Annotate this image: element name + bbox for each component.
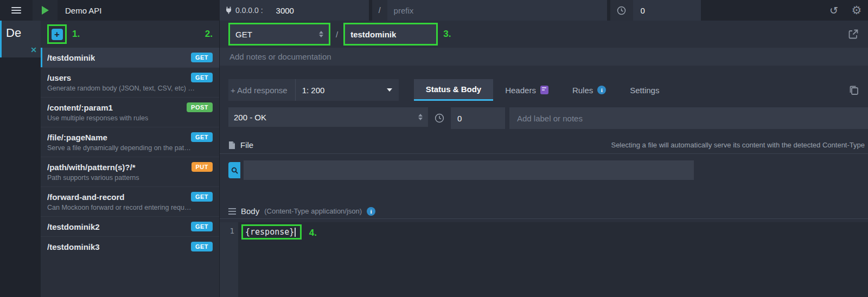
status-code-value: 200 - OK [234,113,266,122]
route-item-testdominik[interactable]: /testdominik GET [41,48,219,67]
annotation-step-3: 3. [443,29,451,40]
file-section-label: File [240,140,253,150]
annotation-box-4: {response} [241,224,302,240]
add-response-button[interactable]: + Add response [228,79,296,101]
tab-label: Rules [572,86,593,95]
editor-code-area[interactable]: {response} 4. [238,222,868,297]
history-icon[interactable]: ↺ [822,0,845,21]
route-item-users[interactable]: /users GET Generate random body (JSON, t… [41,67,219,97]
route-item-file-pagename[interactable]: /file/:pageName GET Serve a file dynamic… [41,127,219,157]
route-description: Serve a file dynamically depending on th… [47,144,213,152]
route-editor-panel: GET / 3. + Add response [220,21,868,297]
host-segment: 0.0.0.0 : [220,0,269,21]
environment-tab-demo-api[interactable]: De ✕ [0,21,41,57]
environment-latency-input[interactable] [633,0,701,21]
route-description: Generate random body (JSON, text, CSV, e… [47,85,213,92]
file-path-input[interactable] [244,160,694,180]
latency-clock-segment [610,0,633,21]
spacer [399,79,414,101]
topbar-right: 0.0.0.0 : / ↺ ⚙ [220,0,868,21]
prefix-input[interactable] [387,0,607,21]
method-badge: POST [187,102,213,112]
annotation-box-2: GET [228,23,330,46]
route-path: /path/with/pattern(s)?/* [47,163,136,172]
route-path-input[interactable] [345,24,436,44]
method-select[interactable]: GET [230,24,329,44]
file-hint-text: Selecting a file will automatically serv… [611,141,865,149]
content-type-label: (Content-Type application/json) [264,207,362,215]
gear-icon[interactable]: ⚙ [845,0,868,21]
tab-headers[interactable]: Headers [493,79,560,101]
method-badge: GET [191,73,213,82]
environment-tab-label: De [6,26,36,40]
method-badge: GET [191,132,213,142]
file-icon [228,141,235,150]
body-section-header: Body (Content-Type application/json) i [220,204,868,219]
copy-icon[interactable] [848,79,859,101]
method-badge: GET [191,192,213,202]
top-toolbar: Demo API 0.0.0.0 : / ↺ ⚙ [0,0,868,21]
play-icon [42,6,49,15]
port-input[interactable] [269,0,369,21]
clock-icon [435,113,444,123]
select-arrows-icon [319,31,323,37]
search-icon [231,167,238,174]
route-documentation-input[interactable] [220,52,868,61]
body-code-editor[interactable]: 1 {response} 4. [220,222,868,297]
route-item-testdominik3[interactable]: /testdominik3 GET [41,236,219,256]
route-path: /file/:pageName [47,133,107,142]
mockoon-window: Demo API 0.0.0.0 : / ↺ ⚙ [0,0,868,297]
browse-file-button[interactable] [228,162,240,178]
response-selector[interactable]: 1: 200 [296,79,399,101]
environments-sidebar: De ✕ [0,21,41,297]
select-arrows-icon [418,114,423,120]
response-selector-value: 1: 200 [302,86,325,95]
align-lines-icon [228,208,236,215]
method-badge: PUT [192,162,213,172]
route-path: /testdominik2 [47,222,100,231]
info-icon: i [597,86,606,94]
route-description: Path supports various patterns [47,174,213,182]
response-tabs-row: + Add response 1: 200 Status & Body Head… [220,79,868,101]
response-latency-input[interactable] [451,107,505,129]
content-area: De ✕ + 1. 2. /testdominik GET [0,21,868,297]
spacer [671,79,848,101]
plug-icon [225,7,232,14]
tab-settings[interactable]: Settings [618,79,671,101]
route-method-row: GET / 3. [220,21,868,48]
spacer [701,0,822,21]
add-route-button[interactable]: + [52,29,63,40]
method-select-value: GET [235,30,252,39]
tab-label: Status & Body [426,85,482,94]
close-environment-icon[interactable]: ✕ [30,46,37,54]
response-latency-clock [432,107,446,129]
method-badge: GET [191,242,213,251]
route-item-content-param1[interactable]: /content/:param1 POST Use multiple respo… [41,97,219,127]
response-label-input[interactable] [509,107,868,129]
routes-header: + 1. 2. [41,21,219,48]
tab-label: Headers [505,86,536,95]
start-server-button[interactable] [33,0,58,21]
tab-status-and-body[interactable]: Status & Body [414,79,494,101]
tab-rules[interactable]: Rules i [560,79,618,101]
status-code-select[interactable]: 200 - OK [228,107,428,127]
line-number: 1 [230,227,234,235]
route-path: /forward-and-record [47,192,125,202]
route-path: /content/:param1 [47,103,113,112]
open-in-browser-icon[interactable] [847,28,859,40]
route-description: Use multiple responses with rules [47,114,213,122]
path-separator: / [372,0,387,21]
menu-icon[interactable] [0,0,33,21]
route-item-path-patterns[interactable]: /path/with/pattern(s)?/* PUT Path suppor… [41,157,219,186]
clock-icon [617,6,626,15]
annotation-step-2: 2. [205,29,213,40]
chevron-down-icon [387,88,392,92]
route-description: Can Mockoon forward or record entering r… [47,204,213,211]
info-icon: i [367,207,375,216]
route-item-testdominik2[interactable]: /testdominik2 GET [41,216,219,236]
annotation-step-1: 1. [72,29,80,40]
annotation-box-3 [343,23,438,46]
route-item-forward-and-record[interactable]: /forward-and-record GET Can Mockoon forw… [41,186,219,216]
response-status-row: 200 - OK [220,107,868,129]
routes-panel: + 1. 2. /testdominik GET /users GET [41,21,220,297]
